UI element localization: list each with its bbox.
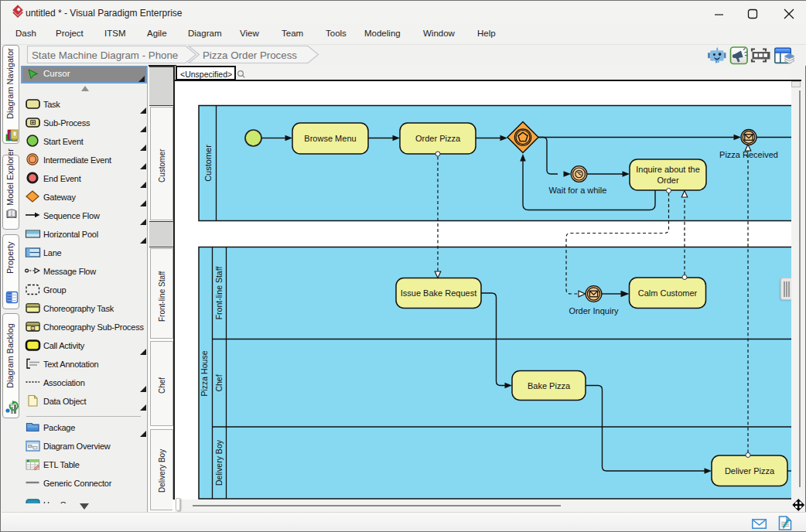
- svg-text:Issue Bake Request: Issue Bake Request: [401, 288, 476, 298]
- svg-text:Customer: Customer: [203, 145, 213, 182]
- svg-text:Bake Pizza: Bake Pizza: [528, 381, 571, 390]
- svg-text:Order: Order: [657, 176, 678, 185]
- svg-text:Pizza Order Process: Pizza Order Process: [203, 49, 297, 61]
- svg-text:Order Pizza: Order Pizza: [415, 134, 461, 143]
- svg-text:Browse Menu: Browse Menu: [304, 134, 356, 143]
- svg-text:Front-line Staff: Front-line Staff: [214, 267, 224, 320]
- svg-text:Deliver Pizza: Deliver Pizza: [725, 466, 775, 476]
- svg-text:Pizza House: Pizza House: [200, 350, 209, 396]
- svg-text:Pizza Received: Pizza Received: [719, 150, 778, 159]
- svg-text:State Machine Diagram - Phone: State Machine Diagram - Phone: [32, 49, 178, 61]
- svg-text:Inquire about the: Inquire about the: [636, 165, 700, 174]
- svg-text:Delivery Boy: Delivery Boy: [214, 439, 224, 486]
- svg-text:Calm Customer: Calm Customer: [638, 288, 698, 298]
- svg-text:Wait for a while: Wait for a while: [549, 186, 607, 195]
- svg-text:Order Inquiry: Order Inquiry: [569, 306, 619, 315]
- svg-text:Chef: Chef: [214, 374, 224, 391]
